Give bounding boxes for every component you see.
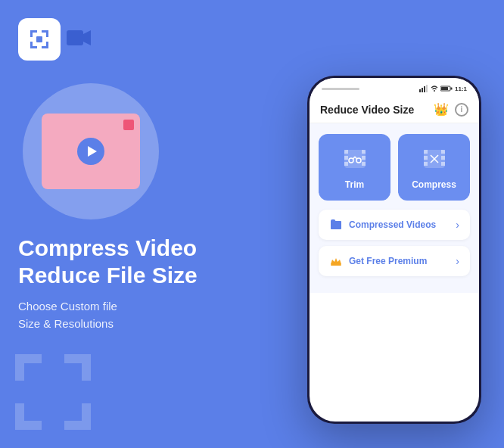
get-premium-text: Get Free Premium [349, 256, 427, 266]
svg-rect-3 [419, 89, 421, 92]
svg-rect-4 [422, 88, 423, 92]
logo-area [18, 18, 91, 61]
compress-icon [420, 145, 449, 173]
svg-rect-15 [362, 150, 366, 154]
svg-rect-25 [424, 162, 428, 166]
compressed-videos-text: Compressed Videos [349, 219, 436, 230]
trim-icon [341, 145, 369, 173]
trim-label: Trim [345, 179, 364, 190]
phone-inner: 11:1 Reduce Video Size 👑 i [310, 78, 479, 422]
crown-icon[interactable]: 👑 [434, 102, 449, 117]
svg-rect-12 [344, 150, 348, 154]
subtitle-line2: Size & Resolutions [18, 317, 114, 330]
compressed-videos-left: Compressed Videos [329, 218, 436, 232]
main-title-line1: Compress Video [18, 235, 197, 260]
svg-rect-23 [424, 150, 428, 154]
svg-rect-16 [362, 156, 366, 160]
svg-rect-28 [441, 162, 445, 166]
phone-mockup: 11:1 Reduce Video Size 👑 i [307, 76, 481, 424]
svg-rect-14 [344, 162, 348, 166]
trim-button[interactable]: Trim [319, 134, 390, 201]
svg-rect-13 [344, 156, 348, 160]
svg-point-7 [434, 90, 435, 92]
app-title: Reduce Video Size [320, 104, 414, 116]
app-header: Reduce Video Size 👑 i [310, 96, 479, 123]
compress-logo-icon [27, 27, 51, 51]
left-text-block: Compress Video Reduce File Size Choose C… [18, 235, 198, 332]
svg-rect-10 [441, 87, 448, 90]
svg-rect-0 [36, 36, 42, 42]
phone-notch [322, 88, 359, 90]
logo-box [18, 18, 61, 61]
svg-rect-29 [331, 264, 341, 266]
illustration-circle [23, 83, 159, 219]
signal-icon [419, 85, 428, 92]
battery-icon [440, 86, 453, 92]
info-icon[interactable]: i [455, 103, 468, 117]
wifi-icon [431, 86, 438, 92]
main-title-line2: Reduce File Size [18, 263, 198, 288]
svg-rect-24 [424, 156, 428, 160]
status-time: 11:1 [455, 86, 467, 92]
folder-icon [329, 218, 343, 232]
svg-rect-9 [450, 88, 452, 90]
svg-rect-26 [441, 150, 445, 154]
svg-rect-17 [362, 162, 366, 166]
crown-small-icon [329, 254, 343, 268]
video-camera-icon [67, 27, 91, 51]
action-grid: Trim [319, 134, 470, 201]
compress-label: Compress [412, 179, 456, 190]
get-premium-menu-item[interactable]: Get Free Premium › [319, 246, 470, 276]
video-thumbnail [42, 114, 140, 189]
header-icons: 👑 i [434, 102, 468, 117]
main-title: Compress Video Reduce File Size [18, 235, 198, 289]
bg-watermark-icon [8, 347, 98, 440]
get-premium-arrow: › [456, 255, 459, 267]
compress-button[interactable]: Compress [398, 134, 470, 201]
subtitle-line1: Choose Custom file [18, 300, 117, 313]
svg-marker-2 [83, 30, 91, 45]
svg-rect-27 [441, 156, 445, 160]
svg-rect-1 [67, 30, 83, 45]
status-icons: 11:1 [419, 85, 467, 92]
get-premium-left: Get Free Premium [329, 254, 427, 268]
svg-rect-5 [424, 86, 425, 92]
app-content: Trim [310, 123, 479, 293]
compressed-videos-arrow: › [456, 219, 459, 231]
phone-status-bar: 11:1 [310, 78, 479, 96]
compressed-videos-menu-item[interactable]: Compressed Videos › [319, 210, 470, 240]
play-button-icon [77, 138, 104, 165]
svg-rect-6 [426, 85, 428, 92]
sub-title: Choose Custom file Size & Resolutions [18, 298, 198, 332]
